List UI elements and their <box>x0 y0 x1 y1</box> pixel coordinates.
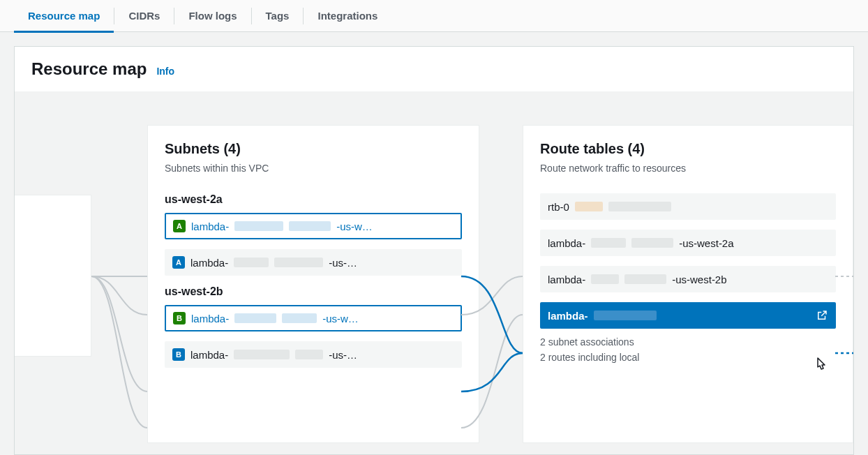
tab-integrations[interactable]: Integrations <box>304 0 391 32</box>
az-badge-icon: B <box>172 348 185 361</box>
tab-resource-map[interactable]: Resource map <box>14 0 114 32</box>
redacted-text <box>591 274 619 284</box>
info-link[interactable]: Info <box>156 66 174 77</box>
redacted-text <box>295 350 323 359</box>
redacted-text <box>631 238 673 248</box>
route-table-item-4-selected[interactable]: lambda- <box>540 302 836 329</box>
route-tables-title: Route tables (4) <box>540 141 836 157</box>
redacted-text <box>234 350 290 359</box>
redacted-text <box>282 313 317 323</box>
az-label-b: us-west-2b <box>165 285 462 298</box>
subnets-subtitle: Subnets within this VPC <box>165 163 462 174</box>
route-tables-column: Route tables (4) Route network traffic t… <box>523 125 853 443</box>
redacted-text <box>594 311 657 320</box>
redacted-text <box>234 258 269 267</box>
subnets-column: Subnets (4) Subnets within this VPC us-w… <box>147 125 479 443</box>
redacted-text <box>575 202 603 211</box>
route-detail: 2 subnet associations 2 routes including… <box>540 334 836 366</box>
route-label: lambda- <box>548 274 585 285</box>
subnet-item-b1[interactable]: B lambda- -us-w… <box>165 305 462 331</box>
redacted-text <box>624 274 666 284</box>
tab-cidrs[interactable]: CIDRs <box>114 0 174 32</box>
subnet-suffix: -us-… <box>329 349 357 361</box>
redacted-text <box>234 313 276 323</box>
tabs-bar: Resource map CIDRs Flow logs Tags Integr… <box>0 0 868 32</box>
subnet-item-b2[interactable]: B lambda- -us-… <box>165 341 462 368</box>
subnet-label: lambda- <box>190 349 228 361</box>
route-label: rtb-0 <box>548 201 569 213</box>
vpc-column-stub <box>15 195 91 357</box>
open-external-icon[interactable] <box>816 309 828 322</box>
redacted-text <box>234 221 283 231</box>
route-detail-associations: 2 subnet associations <box>540 334 836 350</box>
subnet-item-a2[interactable]: A lambda- -us-… <box>165 249 462 276</box>
subnet-label: lambda- <box>190 257 228 269</box>
subnets-title: Subnets (4) <box>165 141 462 157</box>
panel-header: Resource map Info <box>15 59 853 91</box>
az-badge-icon: B <box>173 312 186 325</box>
az-label-a: us-west-2a <box>165 193 462 206</box>
subnet-label: lambda- <box>191 221 229 232</box>
subnet-suffix: -us-w… <box>336 221 373 232</box>
subnet-suffix: -us-… <box>329 257 357 269</box>
route-suffix: -us-west-2b <box>672 274 726 285</box>
route-label: lambda- <box>548 237 585 249</box>
resource-map-canvas: Subnets (4) Subnets within this VPC us-w… <box>15 91 853 454</box>
az-badge-icon: A <box>173 220 186 232</box>
route-tables-subtitle: Route network traffic to resources <box>540 163 836 174</box>
az-badge-icon: A <box>172 256 185 269</box>
redacted-text <box>591 238 626 248</box>
route-label: lambda- <box>548 310 588 322</box>
page-title: Resource map <box>31 59 147 79</box>
redacted-text <box>608 202 671 211</box>
resource-map-panel: Resource map Info Subnets (4) Subnets wi… <box>14 46 854 455</box>
route-suffix: -us-west-2a <box>679 237 733 249</box>
route-table-item-2[interactable]: lambda- -us-west-2a <box>540 230 836 256</box>
route-table-item-3[interactable]: lambda- -us-west-2b <box>540 266 836 292</box>
subnet-suffix: -us-w… <box>322 313 359 325</box>
tab-flow-logs[interactable]: Flow logs <box>174 0 250 32</box>
route-table-item-1[interactable]: rtb-0 <box>540 193 836 220</box>
route-detail-routes: 2 routes including local <box>540 350 836 365</box>
redacted-text <box>274 258 323 267</box>
redacted-text <box>289 221 331 231</box>
subnet-item-a1[interactable]: A lambda- -us-w… <box>165 213 462 239</box>
tab-tags[interactable]: Tags <box>252 0 304 32</box>
subnet-label: lambda- <box>191 313 229 325</box>
